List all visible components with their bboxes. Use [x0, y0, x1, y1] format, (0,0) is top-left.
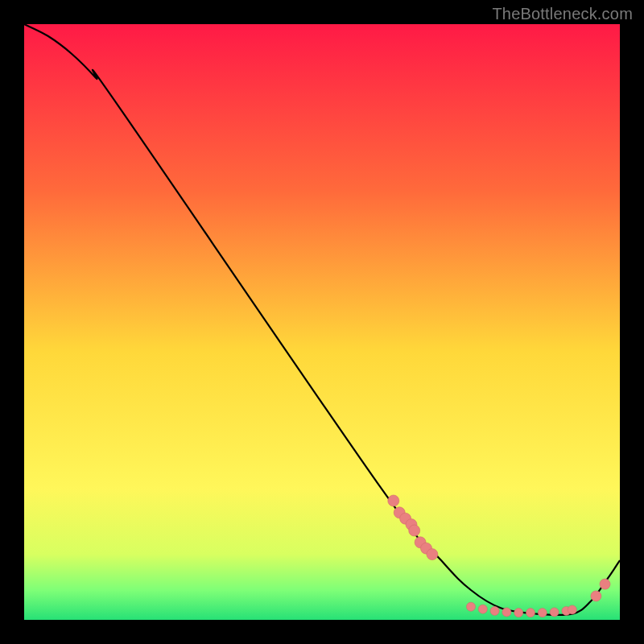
data-dot	[467, 602, 476, 611]
data-dot	[427, 549, 438, 560]
data-dot	[388, 495, 399, 506]
page-root: TheBottleneck.com	[0, 0, 644, 644]
bottleneck-curve	[24, 24, 620, 615]
data-dot	[600, 579, 610, 589]
data-dot	[478, 605, 487, 613]
data-dot	[490, 606, 499, 615]
marker-dots	[388, 495, 610, 617]
data-dot	[550, 608, 559, 617]
chart-frame	[24, 24, 620, 620]
data-dot	[591, 591, 601, 601]
data-dot	[514, 609, 523, 617]
data-dot	[568, 605, 576, 614]
data-dot	[502, 608, 511, 617]
chart-svg	[24, 24, 620, 620]
watermark-text: TheBottleneck.com	[492, 5, 633, 23]
data-dot	[526, 609, 535, 617]
data-dot	[409, 525, 420, 536]
data-dot	[538, 609, 547, 617]
